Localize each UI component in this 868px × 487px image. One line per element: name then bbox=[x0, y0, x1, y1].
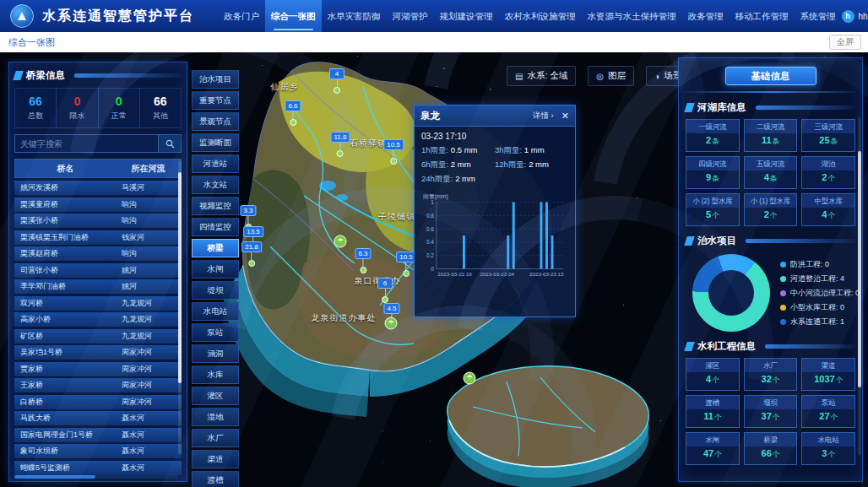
map-marker[interactable]: 6.6 bbox=[285, 96, 301, 126]
bridge-stats: 66总数0限水0正常66其他 bbox=[14, 88, 182, 128]
layer-item-桥梁[interactable]: 桥梁 bbox=[192, 239, 239, 257]
table-row[interactable]: 矿区桥九龙观河 bbox=[14, 329, 182, 344]
info-tile-泵站: 泵站27个 bbox=[801, 395, 855, 428]
map-control-水系: 全域[interactable]: ▤水系: 全域 bbox=[507, 66, 576, 86]
rain-station-icon[interactable]: ☂ bbox=[334, 235, 347, 248]
layer-item-水闸[interactable]: 水闸 bbox=[192, 260, 239, 279]
table-row[interactable]: 国家电网理金门1号桥聂水河 bbox=[14, 428, 182, 442]
layer-item-涵洞[interactable]: 涵洞 bbox=[192, 344, 239, 363]
tile-label: 小 (2) 型水库 bbox=[686, 194, 739, 208]
layer-item-水电站[interactable]: 水电站 bbox=[192, 302, 239, 321]
bridge-table: 桥名 所在河流 姚河发溪桥马溪河栗溪童府桥响沟栗溪张小桥响沟栗溪镇栗玉荆门油桥钱… bbox=[14, 159, 182, 478]
section-marker-icon bbox=[13, 71, 24, 80]
map-marker[interactable]: 4 bbox=[329, 64, 344, 94]
table-row[interactable]: 王家桥周家冲河 bbox=[14, 378, 182, 392]
nav-item-系统管理[interactable]: 系统管理 bbox=[795, 0, 842, 32]
stat-value: 66 bbox=[154, 95, 167, 108]
table-vertical-scrollbar[interactable] bbox=[178, 160, 182, 454]
table-row[interactable]: 栗溪赵府桥响沟 bbox=[14, 246, 182, 261]
user-menu[interactable]: h hhzh42080201 ∨ bbox=[842, 10, 868, 23]
tile-label: 四级河流 bbox=[686, 157, 739, 170]
layer-item-水文站[interactable]: 水文站 bbox=[192, 176, 239, 194]
table-row[interactable]: 马践大桥聂水河 bbox=[14, 411, 182, 425]
marker-dot-icon bbox=[248, 260, 255, 267]
panel-vertical-scrollbar[interactable] bbox=[858, 117, 861, 455]
river-name-cell: 钱家河 bbox=[113, 230, 182, 245]
section-marker-icon bbox=[684, 103, 695, 112]
nav-item-移动工作管理[interactable]: 移动工作管理 bbox=[730, 0, 795, 32]
rainfall-bar-chart: 雨量(mm)00.20.40.60.812023-03-22 192023-03… bbox=[421, 190, 568, 284]
table-row[interactable]: 白桥桥周家冲河 bbox=[14, 395, 182, 409]
tile-label: 堰坝 bbox=[745, 396, 797, 409]
scrollbar-thumb[interactable] bbox=[858, 151, 861, 387]
table-row[interactable]: 贾家桥周家冲河 bbox=[14, 362, 182, 376]
layer-item-渠道[interactable]: 渠道 bbox=[192, 450, 239, 468]
layer-item-治水项目[interactable]: 治水项目 bbox=[192, 70, 239, 89]
marker-stem bbox=[337, 79, 338, 87]
table-horizontal-scrollbar[interactable] bbox=[14, 475, 178, 479]
table-row[interactable]: 栗溪张小桥响沟 bbox=[14, 214, 182, 228]
layer-item-灌区[interactable]: 灌区 bbox=[192, 387, 239, 405]
nav-item-规划建设管理[interactable]: 规划建设管理 bbox=[434, 0, 499, 32]
tile-value: 3个 bbox=[802, 448, 854, 460]
table-row[interactable]: 李学邓门油桥姚河 bbox=[14, 279, 182, 294]
nav-item-水资源与水土保持管理[interactable]: 水资源与水土保持管理 bbox=[582, 0, 682, 32]
river-name-cell: 周家冲河 bbox=[113, 345, 182, 360]
layer-item-监测断面[interactable]: 监测断面 bbox=[192, 133, 239, 152]
table-row[interactable]: 蝴蝶5号监测桥聂水河 bbox=[14, 461, 182, 475]
table-row[interactable]: 象司水坝桥聂水河 bbox=[14, 444, 182, 458]
table-row[interactable]: 司营张小桥姚河 bbox=[14, 263, 182, 278]
nav-item-水旱灾害防御[interactable]: 水旱灾害防御 bbox=[322, 0, 387, 32]
layer-item-重要节点[interactable]: 重要节点 bbox=[192, 91, 239, 110]
layer-item-景观节点[interactable]: 景观节点 bbox=[192, 112, 239, 131]
layer-item-堤坝[interactable]: 堤坝 bbox=[192, 281, 239, 300]
nav-item-政务门户[interactable]: 政务门户 bbox=[218, 0, 265, 32]
nav-item-政务管理[interactable]: 政务管理 bbox=[682, 0, 730, 32]
tile-value-number: 2 bbox=[764, 209, 769, 219]
bridge-name-cell: 栗溪赵府桥 bbox=[14, 246, 113, 261]
table-row[interactable]: 双河桥九龙观河 bbox=[14, 296, 182, 311]
scrollbar-thumb[interactable] bbox=[178, 172, 182, 383]
rain-metric: 1h雨量: 0.5 mm bbox=[421, 145, 495, 156]
basic-info-tab[interactable]: 基础信息 bbox=[725, 67, 816, 85]
layer-item-水厂[interactable]: 水厂 bbox=[192, 429, 239, 447]
map-control-图层[interactable]: ◎图层 bbox=[588, 66, 634, 86]
nav-item-综合一张图[interactable]: 综合一张图 bbox=[265, 0, 322, 32]
rain-station-icon[interactable]: ☂ bbox=[464, 372, 476, 385]
popup-detail-link[interactable]: 详情 › bbox=[533, 111, 554, 122]
layer-item-四情监控[interactable]: 四情监控 bbox=[192, 218, 239, 236]
map-marker[interactable]: 10.5 bbox=[383, 135, 404, 165]
fullscreen-button[interactable]: 全屏 bbox=[829, 35, 861, 50]
table-row[interactable]: 栗溪镇栗玉荆门油桥钱家河 bbox=[14, 230, 182, 245]
legend-label: 小型水库工程: 0 bbox=[790, 300, 844, 315]
search-input[interactable] bbox=[14, 134, 159, 153]
marker-value-badge: 4 bbox=[329, 68, 344, 79]
nav-item-农村水利设施管理[interactable]: 农村水利设施管理 bbox=[499, 0, 582, 32]
map-marker[interactable]: 21.8 bbox=[241, 237, 262, 267]
area-label-石桥驿镇: 石桥驿镇 bbox=[350, 138, 387, 149]
table-row[interactable]: 姚河发溪桥马溪河 bbox=[14, 181, 182, 195]
layer-item-泵站[interactable]: 泵站 bbox=[192, 323, 239, 342]
layer-item-湿地[interactable]: 湿地 bbox=[192, 408, 239, 426]
map-marker[interactable]: 11.8 bbox=[331, 127, 350, 157]
table-row[interactable]: 高家小桥九龙观河 bbox=[14, 312, 182, 327]
tile-value-unit: 个 bbox=[714, 450, 722, 458]
rain-station-icon[interactable]: ☂ bbox=[385, 317, 398, 330]
tile-value-number: 4 bbox=[822, 209, 827, 219]
tile-value-number: 27 bbox=[819, 411, 829, 421]
tile-value-unit: 个 bbox=[827, 450, 835, 458]
layer-item-河道站[interactable]: 河道站 bbox=[192, 154, 239, 173]
map-marker[interactable]: 6.3 bbox=[355, 244, 371, 273]
scrollbar-thumb[interactable] bbox=[14, 475, 95, 479]
search-button[interactable] bbox=[159, 134, 182, 153]
layer-item-水库[interactable]: 水库 bbox=[192, 365, 239, 384]
close-icon[interactable]: ✕ bbox=[561, 111, 569, 122]
layer-item-渡槽[interactable]: 渡槽 bbox=[192, 471, 239, 487]
nav-item-河湖管护[interactable]: 河湖管护 bbox=[387, 0, 434, 32]
bridge-name-cell: 矿区桥 bbox=[14, 329, 113, 344]
engineering-section-title: 水利工程信息 bbox=[697, 340, 756, 353]
table-row[interactable]: 吴家垱1号桥周家冲河 bbox=[14, 345, 182, 360]
app-root: 水系连通智慧管护平台 政务门户综合一张图水旱灾害防御河湖管护规划建设管理农村水利… bbox=[0, 0, 868, 487]
table-row[interactable]: 栗溪童府桥响沟 bbox=[14, 198, 182, 212]
layer-item-视频监控[interactable]: 视频监控 bbox=[192, 197, 239, 215]
